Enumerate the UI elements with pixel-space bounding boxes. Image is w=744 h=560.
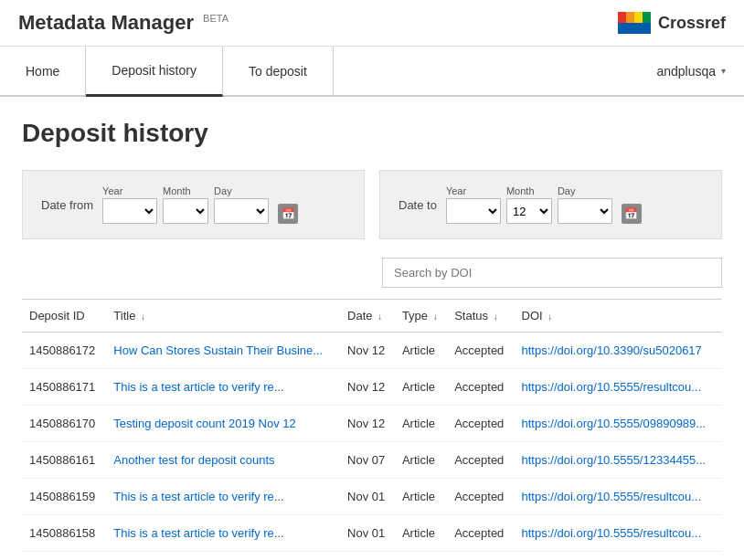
doi-link[interactable]: https://doi.org/10.5555/12334455... [522, 453, 707, 467]
deposit-id-value: 1450886159 [29, 490, 95, 503]
doi-link[interactable]: https://doi.org/10.5555/resultcou... [522, 490, 702, 503]
cell-deposit-id: 1450886170 [22, 406, 106, 442]
status-value: Accepted [454, 417, 504, 430]
deposit-id-value: 1450886161 [29, 453, 95, 467]
page-title: Deposit history [22, 119, 722, 148]
status-value: Accepted [454, 453, 504, 467]
crossref-label: Crossref [658, 14, 726, 33]
title-link[interactable]: Another test for deposit counts [113, 453, 274, 467]
col-type-label: Type [402, 309, 428, 322]
type-value: Article [402, 453, 435, 467]
nav-item-deposit-history[interactable]: Deposit history [86, 47, 223, 97]
nav-item-home[interactable]: Home [0, 47, 86, 95]
nav-spacer [334, 47, 639, 95]
cell-type: Article [395, 369, 447, 406]
table-row: 1450886158 This is a test article to ver… [22, 515, 722, 552]
nav-user-menu[interactable]: andplusqa ▾ [638, 47, 744, 95]
col-deposit-id: Deposit ID [22, 300, 106, 333]
date-to-fields: Year 2019 Month 01 11 12 D [446, 185, 642, 224]
table-row: 1450886172 How Can Stores Sustain Their … [22, 333, 722, 369]
deposit-id-value: 1450886171 [29, 380, 95, 394]
search-input[interactable] [382, 258, 722, 288]
cell-date: Nov 01 [340, 515, 395, 552]
date-value: Nov 07 [347, 453, 385, 467]
cell-type: Article [395, 479, 447, 515]
nav-deposit-history-label: Deposit history [112, 63, 197, 78]
col-date-label: Date [347, 309, 372, 322]
svg-rect-3 [643, 12, 651, 23]
cell-title: This is a test article to verify re... [106, 479, 340, 515]
date-to-calendar-icon[interactable]: 📅 [622, 204, 642, 224]
date-to-year-group: Year 2019 [446, 185, 501, 224]
nav-item-to-deposit[interactable]: To deposit [223, 47, 334, 95]
cell-title: Another test for deposit counts [106, 442, 340, 479]
date-from-day-select[interactable]: 01 [214, 198, 269, 224]
title-link[interactable]: This is a test article to verify re... [113, 490, 283, 503]
date-to-day-label: Day [558, 185, 612, 196]
type-value: Article [402, 343, 435, 357]
crossref-flag-icon [618, 12, 651, 34]
col-date-sort-icon: ↓ [377, 312, 382, 322]
col-type[interactable]: Type ↓ [395, 300, 447, 333]
col-doi[interactable]: DOI ↓ [515, 300, 723, 333]
date-to-box: Date to Year 2019 Month 01 11 12 [379, 170, 722, 239]
date-from-calendar-icon[interactable]: 📅 [278, 204, 298, 224]
cell-date: Nov 12 [340, 333, 395, 369]
cell-title: This is a test article to verify re... [106, 515, 340, 552]
doi-link[interactable]: https://doi.org/10.5555/resultcou... [522, 526, 702, 540]
date-to-month-select[interactable]: 01 11 12 [506, 198, 552, 224]
svg-rect-0 [618, 12, 626, 23]
type-value: Article [402, 490, 435, 503]
col-deposit-id-label: Deposit ID [29, 309, 85, 322]
date-to-label: Date to [399, 198, 437, 212]
crossref-logo: Crossref [618, 12, 726, 34]
date-to-year-select[interactable]: 2019 [446, 198, 501, 224]
date-from-day-group: Day 01 [214, 185, 269, 224]
date-from-month-select[interactable]: 01 02 11 12 [163, 198, 208, 224]
nav-home-label: Home [26, 64, 59, 79]
date-value: Nov 01 [347, 490, 385, 503]
table-row: 1450886170 Testing deposit count 2019 No… [22, 406, 722, 442]
deposit-id-value: 1450886170 [29, 417, 95, 430]
col-doi-sort-icon: ↓ [547, 312, 552, 322]
app-title: Metadata Manager BETA [18, 11, 229, 35]
doi-link[interactable]: https://doi.org/10.5555/09890989... [522, 417, 707, 430]
status-value: Accepted [454, 490, 504, 503]
col-status-label: Status [454, 309, 488, 322]
cell-doi: https://doi.org/10.3390/su5020617 [515, 333, 723, 369]
date-to-day-select[interactable]: 01 [558, 198, 612, 224]
col-status-sort-icon: ↓ [494, 312, 498, 322]
doi-link[interactable]: https://doi.org/10.3390/su5020617 [522, 343, 702, 357]
search-row [22, 258, 722, 288]
cell-type: Article [395, 333, 447, 369]
date-to-day-group: Day 01 [558, 185, 612, 224]
cell-doi: https://doi.org/10.5555/resultcou... [515, 515, 723, 552]
title-link[interactable]: How Can Stores Sustain Their Busine... [113, 343, 323, 357]
cell-date: Nov 01 [340, 479, 395, 515]
cell-doi: https://doi.org/10.5555/12334455... [515, 442, 723, 479]
col-status[interactable]: Status ↓ [447, 300, 514, 333]
date-to-month-label: Month [506, 185, 552, 196]
cell-deposit-id: 1450886158 [22, 515, 106, 552]
type-value: Article [402, 526, 435, 540]
cell-doi: https://doi.org/10.5555/resultcou... [515, 369, 723, 406]
date-from-label: Date from [41, 198, 93, 212]
cell-deposit-id: 1450886159 [22, 479, 106, 515]
table-row: 1450886171 This is a test article to ver… [22, 369, 722, 406]
title-link[interactable]: This is a test article to verify re... [113, 526, 283, 540]
doi-link[interactable]: https://doi.org/10.5555/resultcou... [522, 380, 702, 394]
date-filters: Date from Year 2019 2018 Month 01 02 [22, 170, 722, 239]
date-from-day-label: Day [214, 185, 269, 196]
table-body: 1450886172 How Can Stores Sustain Their … [22, 333, 722, 552]
deposit-id-value: 1450886172 [29, 343, 95, 357]
title-link[interactable]: This is a test article to verify re... [113, 380, 283, 394]
col-title[interactable]: Title ↓ [106, 300, 340, 333]
table-row: 1450886161 Another test for deposit coun… [22, 442, 722, 479]
type-value: Article [402, 417, 435, 430]
title-link[interactable]: Testing deposit count 2019 Nov 12 [113, 417, 295, 430]
table-header: Deposit ID Title ↓ Date ↓ Type ↓ Status … [22, 300, 722, 333]
cell-type: Article [395, 515, 447, 552]
col-type-sort-icon: ↓ [433, 312, 438, 322]
col-date[interactable]: Date ↓ [340, 300, 395, 333]
date-from-year-select[interactable]: 2019 2018 [102, 198, 157, 224]
